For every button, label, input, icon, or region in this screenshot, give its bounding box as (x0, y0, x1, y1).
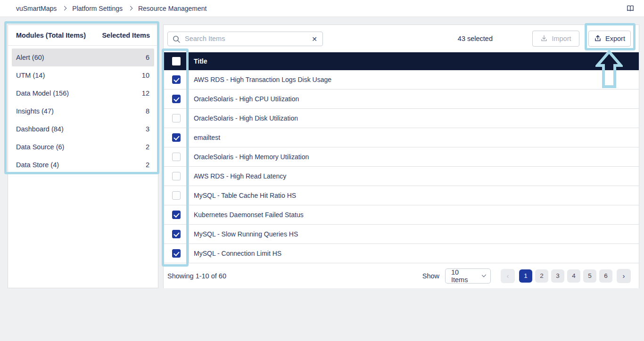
row-checkbox[interactable] (172, 172, 181, 180)
modules-panel-header: Modules (Total Items) Selected Items (8, 25, 158, 46)
modules-header-label: Modules (Total Items) (16, 32, 86, 39)
page-button[interactable]: 6 (599, 269, 612, 283)
module-selected-count: 8 (146, 107, 149, 115)
page-button[interactable]: 2 (535, 269, 548, 283)
chevron-right-icon (128, 6, 133, 11)
table-row: OracleSolaris - High Disk Utilization (164, 109, 639, 128)
table-row: MySQL - Slow Running Queries HS (164, 225, 639, 244)
page-button[interactable]: 1 (519, 269, 532, 283)
sidebar-item-utm[interactable]: UTM (14) 10 (12, 66, 154, 84)
page-button[interactable]: 3 (551, 269, 564, 283)
table-row: emailtest (164, 128, 639, 147)
module-selected-count: 6 (146, 54, 149, 61)
row-checkbox[interactable] (172, 230, 181, 238)
module-label: Data Store (4) (16, 161, 59, 169)
table-body: AWS RDS - High Transaction Logs Disk Usa… (164, 70, 639, 263)
resource-list-panel: ✕ 43 selected Import Export (163, 24, 639, 288)
module-selected-count: 10 (142, 72, 149, 79)
breadcrumb: vuSmartMaps Platform Settings Resource M… (16, 5, 207, 12)
search-icon (173, 35, 181, 45)
page-size-select[interactable]: 10 Items (445, 268, 491, 284)
module-label: UTM (14) (16, 72, 45, 79)
row-checkbox[interactable] (172, 114, 181, 122)
download-icon (540, 34, 548, 43)
table-row: Kubernetes Daemonset Failed Status (164, 205, 639, 225)
page-size-value: 10 Items (451, 268, 475, 284)
export-button[interactable]: Export (588, 31, 631, 47)
row-checkbox[interactable] (172, 75, 181, 84)
row-title: AWS RDS - High Transaction Logs Disk Usa… (189, 76, 639, 83)
module-selected-count: 3 (146, 125, 149, 133)
module-label: Dashboard (84) (16, 125, 64, 133)
toolbar: ✕ 43 selected Import Export (164, 25, 639, 52)
row-checkbox[interactable] (172, 95, 181, 103)
top-bar: vuSmartMaps Platform Settings Resource M… (0, 0, 644, 17)
breadcrumb-platform-settings[interactable]: Platform Settings (72, 5, 123, 12)
table-row: AWS RDS - High Transaction Logs Disk Usa… (164, 70, 639, 89)
chevron-down-icon (481, 273, 486, 277)
search-input[interactable] (168, 32, 322, 46)
row-title: Kubernetes Daemonset Failed Status (189, 211, 639, 219)
table-row: MySQL - Connection Limit HS (164, 244, 639, 263)
pagination: ‹ 1 2 3 4 5 6 › (501, 269, 631, 283)
sidebar-item-dashboard[interactable]: Dashboard (84) 3 (12, 120, 154, 138)
import-label: Import (552, 35, 571, 42)
select-all-checkbox[interactable] (172, 57, 181, 65)
page-button[interactable]: 5 (583, 269, 596, 283)
module-selected-count: 2 (146, 161, 149, 169)
title-column-header: Title (189, 57, 639, 65)
row-checkbox[interactable] (172, 133, 181, 142)
row-title: MySQL - Connection Limit HS (189, 250, 639, 257)
modules-list: Alert (60) 6 UTM (14) 10 Data Model (156… (8, 46, 158, 174)
selected-items-header-label: Selected Items (102, 32, 150, 39)
search-box: ✕ (167, 32, 323, 46)
row-title: MySQL - Table Cache Hit Ratio HS (189, 192, 639, 199)
sidebar-item-data-source[interactable]: Data Source (6) 2 (12, 138, 154, 156)
page-button[interactable]: 4 (567, 269, 580, 283)
module-selected-count: 2 (146, 143, 149, 151)
row-title: OracleSolaris - High Disk Utilization (189, 114, 639, 122)
chevron-right-icon (62, 6, 67, 11)
sidebar-item-data-model[interactable]: Data Model (156) 12 (12, 84, 154, 102)
row-checkbox[interactable] (172, 191, 181, 200)
table-row: AWS RDS - High Read Latency (164, 167, 639, 186)
module-selected-count: 12 (142, 89, 149, 97)
table-row: OracleSolaris - High Memory Utilization (164, 147, 639, 167)
book-icon[interactable] (626, 4, 635, 12)
sidebar-item-insights[interactable]: Insights (47) 8 (12, 102, 154, 120)
table-footer: Showing 1-10 of 60 Show 10 Items ‹ 1 2 3… (164, 263, 639, 288)
show-label: Show (422, 272, 439, 280)
table-header: Title (164, 52, 639, 70)
module-label: Data Model (156) (16, 89, 69, 97)
module-label: Alert (60) (16, 54, 44, 61)
module-label: Data Source (6) (16, 143, 64, 151)
row-title: OracleSolaris - High Memory Utilization (189, 153, 639, 161)
modules-panel: Modules (Total Items) Selected Items Ale… (8, 24, 158, 288)
export-label: Export (605, 35, 625, 42)
showing-label: Showing 1-10 of 60 (167, 272, 226, 280)
clear-search-icon[interactable]: ✕ (312, 35, 317, 43)
row-title: MySQL - Slow Running Queries HS (189, 230, 639, 238)
module-label: Insights (47) (16, 107, 54, 115)
next-page-button[interactable]: › (617, 269, 631, 283)
row-checkbox[interactable] (172, 249, 181, 258)
table-row: MySQL - Table Cache Hit Ratio HS (164, 186, 639, 205)
row-title: AWS RDS - High Read Latency (189, 172, 639, 180)
row-checkbox[interactable] (172, 153, 181, 161)
sidebar-item-alert[interactable]: Alert (60) 6 (12, 49, 154, 66)
sidebar-item-data-store[interactable]: Data Store (4) 2 (12, 156, 154, 174)
breadcrumb-vusmartmaps[interactable]: vuSmartMaps (16, 5, 57, 12)
row-checkbox[interactable] (172, 211, 181, 219)
selected-count: 43 selected (458, 35, 493, 42)
prev-page-button[interactable]: ‹ (501, 269, 515, 283)
import-button[interactable]: Import (532, 31, 579, 47)
breadcrumb-resource-management[interactable]: Resource Management (138, 5, 207, 12)
upload-icon (594, 34, 602, 43)
table-row: OracleSolaris - High CPU Utilization (164, 89, 639, 109)
row-title: emailtest (189, 134, 639, 141)
row-title: OracleSolaris - High CPU Utilization (189, 95, 639, 103)
